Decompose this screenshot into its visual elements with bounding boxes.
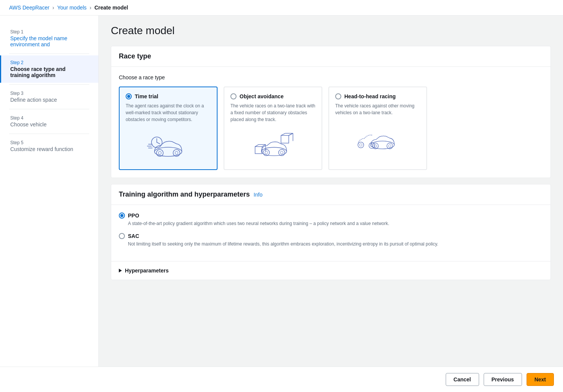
sidebar-divider-3 <box>9 109 89 109</box>
sidebar-step-2-number: Step 2 <box>10 60 89 65</box>
sidebar-step-5: Step 5 Customize reward function <box>0 135 98 157</box>
sidebar-step-1-number: Step 1 <box>10 29 89 35</box>
sidebar-step-3: Step 3 Define action space <box>0 86 98 107</box>
svg-point-15 <box>280 151 283 154</box>
radio-object-avoidance[interactable] <box>230 93 237 99</box>
race-card-object-avoidance-img <box>230 129 315 163</box>
info-link[interactable]: Info <box>254 192 262 198</box>
sidebar: Step 1 Specify the model nameenvironment… <box>0 16 99 390</box>
race-card-time-trial-title: Time trial <box>135 93 158 99</box>
algo-ppo-desc: A state-of-the-art policy gradient algor… <box>128 220 543 227</box>
hyperparameters-label: Hyperparameters <box>125 268 169 274</box>
algo-sac-label: SAC <box>128 233 139 239</box>
svg-line-21 <box>289 133 293 135</box>
radio-time-trial[interactable] <box>126 93 132 99</box>
sidebar-step-4: Step 4 Choose vehicle <box>0 111 98 132</box>
race-type-label: Choose a race type <box>119 74 543 80</box>
previous-button[interactable]: Previous <box>484 373 522 386</box>
race-card-time-trial-header: Time trial <box>126 93 211 99</box>
svg-point-32 <box>358 142 364 148</box>
svg-point-4 <box>175 151 178 154</box>
race-card-object-avoidance-desc: The vehicle races on a two-lane track wi… <box>230 102 315 123</box>
algo-sac-header: SAC <box>119 233 543 239</box>
breadcrumb-deepracer-link[interactable]: AWS DeepRacer <box>9 5 49 11</box>
cancel-button[interactable]: Cancel <box>446 373 479 386</box>
training-algorithm-body: PPO A state-of-the-art policy gradient a… <box>111 205 550 261</box>
algo-sac-desc: Not limiting itself to seeking only the … <box>128 241 543 247</box>
race-card-head-to-head-title: Head-to-head racing <box>344 93 396 99</box>
radio-head-to-head[interactable] <box>335 93 341 99</box>
algo-ppo-header: PPO <box>119 213 543 219</box>
race-type-section: Race type Choose a race type Time trial … <box>111 46 551 178</box>
next-button[interactable]: Next <box>527 373 554 386</box>
sidebar-divider-4 <box>9 134 89 134</box>
hyperparameters-toggle[interactable]: Hyperparameters <box>111 261 550 280</box>
breadcrumb-models-link[interactable]: Your models <box>57 5 87 11</box>
svg-line-23 <box>255 145 259 147</box>
training-algorithm-header: Training algorithm and hyperparameters I… <box>111 184 550 205</box>
triangle-icon <box>119 269 122 272</box>
race-card-object-avoidance[interactable]: Object avoidance The vehicle races on a … <box>224 87 322 170</box>
training-algorithm-section: Training algorithm and hyperparameters I… <box>111 184 551 280</box>
svg-line-17 <box>281 133 285 135</box>
svg-point-2 <box>158 151 161 154</box>
svg-point-33 <box>360 144 362 146</box>
svg-rect-22 <box>255 146 262 153</box>
sidebar-step-1-title: Specify the model nameenvironment and <box>10 35 89 47</box>
race-card-time-trial-desc: The agent races against the clock on a w… <box>126 102 211 123</box>
sidebar-step-2-title: Choose race type andtraining algorithm <box>10 66 89 78</box>
race-card-head-to-head-header: Head-to-head racing <box>335 93 420 99</box>
svg-point-31 <box>388 145 391 147</box>
race-type-options: Time trial The agent races against the c… <box>119 87 543 170</box>
race-card-object-avoidance-header: Object avoidance <box>230 93 315 99</box>
race-card-object-avoidance-title: Object avoidance <box>240 93 284 99</box>
radio-sac[interactable] <box>119 233 125 239</box>
race-type-body: Choose a race type Time trial The agent … <box>111 67 550 178</box>
breadcrumb-sep-1: › <box>52 5 54 11</box>
content-area: Create model Race type Choose a race typ… <box>99 16 563 390</box>
algo-option-ppo[interactable]: PPO A state-of-the-art policy gradient a… <box>119 213 543 227</box>
training-algorithm-title: Training algorithm and hyperparameters <box>119 190 250 198</box>
race-type-title: Race type <box>119 52 151 60</box>
radio-ppo[interactable] <box>119 213 125 219</box>
svg-line-7 <box>157 142 160 144</box>
race-card-head-to-head-img <box>335 122 420 156</box>
algo-ppo-label: PPO <box>128 213 139 219</box>
sidebar-step-4-title: Choose vehicle <box>10 121 89 128</box>
race-type-header: Race type <box>111 46 550 67</box>
sidebar-step-1[interactable]: Step 1 Specify the model nameenvironment… <box>0 25 98 52</box>
race-card-time-trial-img <box>126 129 211 163</box>
algo-option-sac[interactable]: SAC Not limiting itself to seeking only … <box>119 233 543 247</box>
breadcrumb: AWS DeepRacer › Your models › Create mod… <box>0 0 563 16</box>
race-card-head-to-head[interactable]: Head-to-head racing The vehicle races ag… <box>328 87 427 170</box>
breadcrumb-current: Create model <box>95 5 128 11</box>
race-card-head-to-head-desc: The vehicle races against other moving v… <box>335 102 420 116</box>
sidebar-step-5-title: Customize reward function <box>10 146 89 152</box>
breadcrumb-sep-2: › <box>90 5 91 11</box>
sidebar-divider-2 <box>9 84 89 85</box>
page-title: Create model <box>111 25 551 37</box>
footer-bar: Cancel Previous Next <box>0 367 563 392</box>
svg-rect-16 <box>281 135 289 143</box>
sidebar-step-5-number: Step 5 <box>10 140 89 145</box>
sidebar-divider-1 <box>9 54 89 54</box>
sidebar-step-4-number: Step 4 <box>10 115 89 121</box>
sidebar-step-3-number: Step 3 <box>10 91 89 96</box>
sidebar-step-3-title: Define action space <box>10 97 89 103</box>
sidebar-step-2[interactable]: Step 2 Choose race type andtraining algo… <box>0 55 98 83</box>
race-card-time-trial[interactable]: Time trial The agent races against the c… <box>119 87 218 170</box>
svg-point-13 <box>265 151 268 154</box>
